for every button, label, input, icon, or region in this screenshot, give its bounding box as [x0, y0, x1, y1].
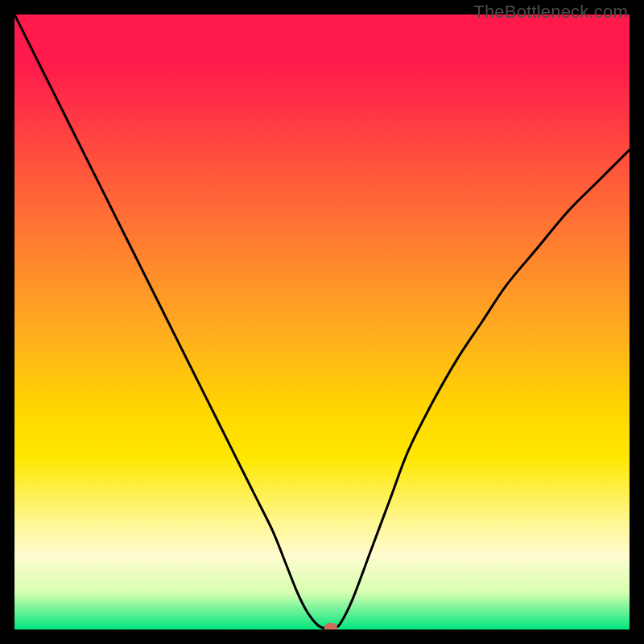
watermark-label: TheBottleneck.com	[473, 2, 628, 23]
curve-svg	[14, 14, 630, 630]
bottleneck-curve	[14, 14, 630, 628]
chart-frame: TheBottleneck.com	[0, 0, 644, 644]
plot-area	[14, 14, 630, 630]
optimal-point-marker	[324, 623, 337, 630]
